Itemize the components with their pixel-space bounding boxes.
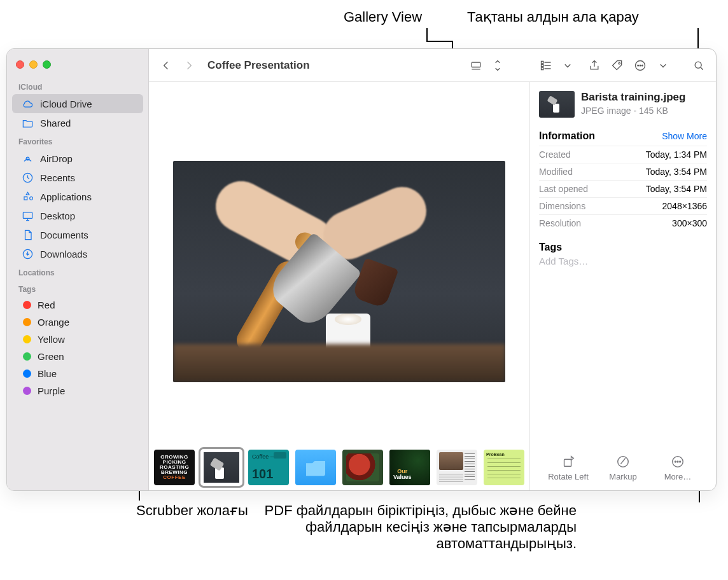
scrubber-thumb[interactable]: Coffee —101 [248,450,289,485]
show-more-link[interactable]: Show More [662,131,707,141]
svg-rect-14 [564,459,571,466]
more-actions-button[interactable]: More… [651,454,704,481]
share-button[interactable] [585,56,604,75]
forward-button[interactable] [179,56,199,75]
sidebar-item-label: Blue [38,368,57,379]
sidebar: iCloud iCloud Drive Shared Favorites Air… [7,49,149,490]
gallery-preview [149,82,529,448]
documents-icon [21,228,34,241]
group-by-chevron[interactable] [558,56,577,75]
sidebar-tag-green[interactable]: Green [12,348,143,365]
window-controls [7,55,148,78]
shared-folder-icon [21,116,34,129]
more-button[interactable] [631,56,650,75]
sidebar-item-applications[interactable]: Applications [12,187,143,206]
applications-icon [21,190,34,203]
callout-line [426,28,428,41]
scrubber-thumb[interactable] [437,450,477,485]
callout-bottom-note: PDF файлдарын біріктіріңіз, дыбыс және б… [246,502,577,552]
sidebar-section-icloud: iCloud [7,78,148,94]
callout-line [426,41,452,42]
sidebar-item-desktop[interactable]: Desktop [12,206,143,225]
tag-dot-icon [23,369,31,378]
tags-button[interactable] [608,56,627,75]
minimize-button[interactable] [29,60,38,69]
svg-rect-4 [472,62,480,67]
back-button[interactable] [157,56,176,75]
toolbar: Coffee Presentation [149,49,716,82]
sidebar-item-label: Shared [40,118,71,128]
sidebar-item-shared[interactable]: Shared [12,113,143,132]
gallery-preview-image[interactable] [173,161,505,382]
add-tags-field[interactable]: Add Tags… [539,256,707,266]
info-key: Dimensions [539,201,585,211]
tag-dot-icon [23,318,31,326]
qa-label: More… [664,472,692,481]
cloud-icon [21,97,34,110]
info-row: Dimensions2048×1366 [539,197,707,214]
gallery-area: GROWING PICKING ROASTING BREWING COFFEE … [149,82,530,490]
airdrop-icon [21,152,34,165]
sidebar-tag-orange[interactable]: Orange [12,314,143,331]
scrubber-thumb-selected[interactable] [201,450,242,485]
info-key: Last opened [539,184,588,194]
info-value: Today, 3:54 PM [646,184,707,194]
sidebar-item-documents[interactable]: Documents [12,225,143,244]
sidebar-item-label: Yellow [38,334,65,345]
preview-info-label: Information [539,130,595,142]
preview-tags-label: Tags [539,242,707,253]
markup-button[interactable]: Markup [596,454,650,481]
gallery-view-button[interactable] [466,56,486,75]
search-button[interactable] [689,56,708,75]
sidebar-item-downloads[interactable]: Downloads [12,244,143,263]
clock-icon [21,171,34,184]
svg-point-8 [619,62,620,64]
sidebar-item-label: iCloud Drive [40,99,92,109]
sidebar-item-airdrop[interactable]: AirDrop [12,149,143,168]
sidebar-tag-blue[interactable]: Blue [12,365,143,382]
scrubber-thumb[interactable] [295,450,336,485]
sidebar-tag-yellow[interactable]: Yellow [12,331,143,348]
svg-point-13 [695,62,701,68]
close-button[interactable] [16,60,24,69]
preview-file-subtitle: JPEG image - 145 KB [581,106,685,116]
sidebar-item-recents[interactable]: Recents [12,168,143,187]
svg-rect-6 [542,64,543,66]
preview-pane: Barista training.jpeg JPEG image - 145 K… [530,82,716,490]
scrubber-bar[interactable]: GROWING PICKING ROASTING BREWING COFFEE … [149,448,529,490]
scrubber-thumb[interactable]: OurValues [389,450,430,485]
zoom-button[interactable] [43,60,51,69]
svg-rect-5 [542,61,543,63]
sidebar-tag-red[interactable]: Red [12,296,143,314]
sidebar-section-tags: Tags [7,280,148,296]
group-by-button[interactable] [536,56,556,75]
info-row: Last openedToday, 3:54 PM [539,180,707,197]
rotate-left-button[interactable]: Rotate Left [542,454,595,481]
scrubber-thumb[interactable] [342,450,383,485]
sidebar-tag-purple[interactable]: Purple [12,382,143,399]
svg-point-18 [677,461,678,462]
sidebar-item-label: Recents [40,172,75,183]
info-value: Today, 1:34 PM [646,149,707,160]
window-title: Coffee Presentation [207,59,458,72]
rotate-left-icon [557,454,580,469]
sidebar-item-label: Applications [40,191,92,202]
svg-point-17 [675,461,676,462]
sidebar-item-icloud-drive[interactable]: iCloud Drive [12,94,143,113]
sidebar-item-label: AirDrop [40,153,73,164]
svg-point-10 [638,65,639,66]
preview-file-thumb [539,91,575,118]
sidebar-item-label: Orange [38,317,69,328]
view-options-chevron[interactable] [488,56,507,75]
desktop-icon [21,209,34,222]
sidebar-item-label: Documents [40,230,88,240]
more-chevron[interactable] [654,56,673,75]
scrubber-thumb[interactable]: GROWING PICKING ROASTING BREWING COFFEE [154,450,195,485]
svg-point-12 [642,65,643,66]
info-value: Today, 3:54 PM [646,167,707,177]
scrubber-thumb[interactable]: ProBean [484,450,524,485]
svg-point-11 [640,65,641,66]
info-value: 2048×1366 [662,201,707,211]
finder-window: iCloud iCloud Drive Shared Favorites Air… [6,48,717,491]
preview-file-name: Barista training.jpeg [581,91,685,104]
